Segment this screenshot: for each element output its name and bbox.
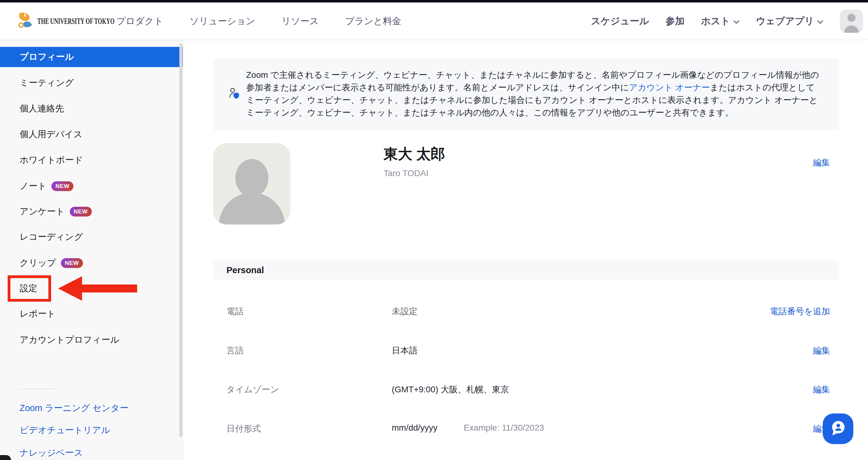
language-label: 言語	[226, 345, 244, 356]
sidebar-link-learning-center[interactable]: Zoom ラーニング センター	[20, 403, 128, 414]
nav-join[interactable]: 参加	[665, 15, 684, 28]
row-language: 言語 日本語 編集	[213, 342, 839, 358]
privacy-notice-text: Zoom で主催されるミーティング、ウェビナー、チャット、またはチャネルに参加す…	[246, 68, 821, 119]
date-format-label: 日付形式	[226, 423, 261, 435]
sidebar-item-devices[interactable]: 個人用デバイス	[0, 124, 183, 145]
university-logo-text: THE UNIVERSITY OF TOKYO	[37, 17, 115, 26]
romanized-name: Taro TODAI	[383, 168, 429, 178]
sidebar-item-surveys[interactable]: アンケート NEW	[0, 202, 183, 222]
new-badge: NEW	[70, 207, 92, 217]
profile-silhouette	[235, 159, 269, 197]
nav-host[interactable]: ホスト	[701, 15, 739, 28]
sidebar-item-contacts[interactable]: 個人連絡先	[0, 98, 183, 119]
university-logo-icon	[17, 12, 33, 30]
main-nav: プロダクト ソリューション リソース プランと料金	[116, 2, 401, 40]
support-chat-button[interactable]	[823, 413, 853, 444]
nav-webapp-label: ウェブアプリ	[756, 15, 814, 28]
privacy-shield-icon	[229, 88, 240, 101]
sidebar-item-settings[interactable]: 設定	[0, 278, 183, 298]
privacy-notice: Zoom で主催されるミーティング、ウェビナー、チャット、またはチャネルに参加す…	[213, 58, 839, 131]
new-badge: NEW	[52, 181, 73, 191]
add-phone-link[interactable]: 電話番号を追加	[770, 306, 830, 317]
sidebar-item-account-profile[interactable]: アカウントプロフィール	[0, 330, 183, 350]
nav-schedule[interactable]: スケジュール	[591, 15, 649, 28]
timezone-label: タイムゾーン	[226, 384, 279, 395]
nav-webapp[interactable]: ウェブアプリ	[756, 15, 823, 28]
account-nav: スケジュール 参加 ホスト ウェブアプリ	[591, 2, 863, 40]
personal-section-header: Personal	[213, 260, 839, 280]
account-owner-link[interactable]: アカウント オーナー	[629, 83, 710, 92]
sidebar-item-notes[interactable]: ノート NEW	[0, 176, 183, 196]
nav-host-label: ホスト	[701, 15, 730, 28]
date-format-example: Example: 11/30/2023	[464, 423, 544, 433]
sidebar-item-meetings[interactable]: ミーティング	[0, 73, 183, 93]
timezone-value: (GMT+9:00) 大阪、札幌、東京	[392, 384, 509, 395]
row-phone: 電話 未設定 電話番号を追加	[213, 302, 839, 319]
chat-bubble-person-icon	[829, 419, 847, 439]
nav-plans[interactable]: プランと料金	[345, 15, 401, 28]
language-edit-link[interactable]: 編集	[813, 345, 830, 356]
sidebar-item-profile[interactable]: プロフィール	[0, 47, 183, 67]
sidebar-link-video-tutorials[interactable]: ビデオチュートリアル	[20, 425, 110, 436]
display-name: 東大 太郎	[383, 145, 445, 164]
sidebar-item-clips[interactable]: クリップ NEW	[0, 253, 183, 273]
date-format-value: mm/dd/yyyy	[392, 423, 437, 433]
user-avatar[interactable]	[840, 9, 863, 33]
row-timezone: タイムゾーン (GMT+9:00) 大阪、札幌、東京 編集	[213, 380, 839, 398]
top-strip	[0, 0, 868, 2]
main-content: Zoom で主催されるミーティング、ウェビナー、チャット、またはチャネルに参加す…	[183, 40, 868, 460]
sidebar-item-reports[interactable]: レポート	[0, 304, 183, 324]
phone-value: 未設定	[392, 306, 417, 317]
nav-products[interactable]: プロダクト	[116, 15, 163, 28]
nav-solutions[interactable]: ソリューション	[190, 15, 255, 28]
nav-resources[interactable]: リソース	[282, 15, 319, 28]
sidebar-link-knowledge-base[interactable]: ナレッジベース	[20, 448, 83, 458]
sidebar-item-whiteboard[interactable]: ホワイトボード	[0, 150, 183, 170]
sidebar-item-recordings[interactable]: レコーディング	[0, 227, 183, 247]
header: THE UNIVERSITY OF TOKYO プロダクト ソリューション リソ…	[0, 2, 868, 40]
new-badge: NEW	[61, 258, 83, 268]
row-date-format: 日付形式 mm/dd/yyyy Example: 11/30/2023 編集	[213, 420, 839, 437]
profile-picture[interactable]	[213, 143, 290, 225]
profile-edit-link[interactable]: 編集	[813, 157, 830, 168]
sidebar-scrollbar[interactable]	[179, 44, 182, 437]
sidebar-divider	[20, 389, 56, 389]
avatar-silhouette	[847, 14, 856, 22]
sidebar: プロフィール ミーティング 個人連絡先 個人用デバイス ホワイトボード ノート …	[0, 40, 183, 460]
phone-label: 電話	[226, 306, 244, 317]
chevron-down-icon	[733, 16, 740, 27]
chevron-down-icon	[817, 16, 823, 27]
timezone-edit-link[interactable]: 編集	[813, 384, 830, 395]
language-value: 日本語	[392, 345, 417, 356]
